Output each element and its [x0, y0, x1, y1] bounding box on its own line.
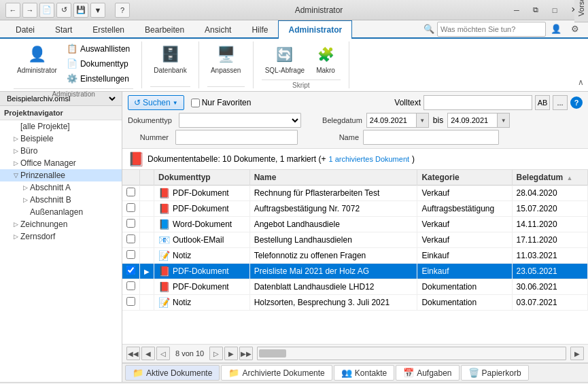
- archive-link[interactable]: 1 archiviertes Dokument: [328, 155, 409, 163]
- date-from-group: ▼: [366, 113, 429, 128]
- sidebar-item-office-manager[interactable]: ▷ Office Manager: [0, 157, 122, 169]
- save-button[interactable]: 💾: [73, 3, 88, 18]
- sidebar-item-alle-projekte[interactable]: [alle Projekte]: [0, 120, 122, 133]
- minimize-button[interactable]: ─: [508, 3, 525, 18]
- einstellungen-button[interactable]: ⚙️ Einstellungen: [63, 71, 133, 86]
- data-table: Dokumenttyp Name Kategorie Belegdatum ▲: [122, 170, 588, 344]
- sidebar-item-beispiele[interactable]: ▷ Beispiele: [0, 133, 122, 145]
- tab-hilfe[interactable]: Hilfe: [241, 20, 278, 39]
- last-page-button[interactable]: ▶▶: [239, 347, 253, 360]
- sidebar-item-buero[interactable]: ▷ Büro: [0, 145, 122, 157]
- tab-start[interactable]: Start: [45, 20, 82, 39]
- nur-favoriten-checkbox[interactable]: [191, 99, 200, 107]
- date-to-dropdown[interactable]: ▼: [497, 114, 509, 127]
- sidebar-item-zeichnungen[interactable]: ▷ Zeichnungen: [0, 218, 122, 230]
- sidebar-item-prinzenallee[interactable]: ▽ Prinzenallee: [0, 169, 122, 181]
- row-checkbox[interactable]: [126, 250, 135, 259]
- table-row[interactable]: 📘 Word-Dokument Angebot Landhausdiele Ve…: [122, 217, 588, 232]
- horizontal-scrollbar[interactable]: [257, 347, 566, 360]
- dokumenttyp-label: Dokumenttyp: [128, 116, 172, 124]
- tab-papierkorb[interactable]: 🗑️ Papierkorb: [461, 365, 529, 381]
- volltext-ab-button[interactable]: AB: [535, 95, 550, 110]
- volltext-input[interactable]: [423, 95, 532, 110]
- preview-tab[interactable]: Vorschau: [574, 0, 588, 22]
- row-checkbox[interactable]: [126, 266, 135, 275]
- help-button[interactable]: ?: [115, 3, 130, 18]
- nummer-label: Nummer: [128, 133, 169, 141]
- makro-button[interactable]: 🧩 Makro: [311, 41, 341, 77]
- row-dokumenttyp: 📘 Word-Dokument: [154, 217, 250, 232]
- col-belegdatum-header[interactable]: Belegdatum ▲: [512, 170, 587, 186]
- dokumenttyp-button[interactable]: 📄 Dokumenttyp: [63, 56, 133, 71]
- count-suffix: ): [412, 154, 415, 164]
- col-checkbox-header[interactable]: [122, 170, 140, 186]
- row-name: Rechnung für Pflasterarbeiten Test: [249, 186, 417, 201]
- row-checkbox[interactable]: [126, 281, 135, 290]
- dokumenttyp-select[interactable]: [179, 113, 301, 128]
- table-row[interactable]: 📕 PDF-Dokument Auftragsbestätigung Nr. 7…: [122, 201, 588, 217]
- col-kategorie-header[interactable]: Kategorie: [417, 170, 512, 186]
- table-row[interactable]: 📝 Notiz Holzsorten, Besprechung 3. Juli …: [122, 295, 588, 311]
- anpassen-button[interactable]: 🖥️ Anpassen: [207, 41, 244, 77]
- date-to-input[interactable]: [448, 114, 497, 127]
- scroll-right-button[interactable]: ▶: [570, 347, 584, 360]
- volltext-help-button[interactable]: ?: [570, 97, 583, 109]
- table-row[interactable]: 📕 PDF-Dokument Datenblatt Landhausdiele …: [122, 279, 588, 295]
- sidebar-item-abschnitt-a[interactable]: ▷ Abschnitt A: [0, 181, 122, 194]
- datenbank-button[interactable]: 🗄️ Datenbank: [150, 41, 190, 77]
- row-checkbox[interactable]: [126, 219, 135, 228]
- new-document-button[interactable]: 📄: [39, 3, 54, 18]
- table-row[interactable]: 📧 Outlook-EMail Bestellung Landhausdiele…: [122, 232, 588, 248]
- user-profile-button[interactable]: 👤: [549, 22, 564, 37]
- nummer-input[interactable]: [175, 130, 298, 145]
- suchen-button[interactable]: ↺ Suchen ▼: [128, 95, 184, 110]
- expand-icon: ▷: [11, 220, 20, 229]
- prev-page-button[interactable]: ◁: [156, 347, 170, 360]
- ribbon-search-input[interactable]: [437, 22, 546, 37]
- prev-prev-page-button[interactable]: ◀: [141, 347, 155, 360]
- tab-bearbeiten[interactable]: Bearbeiten: [135, 20, 194, 39]
- tab-ansicht[interactable]: Ansicht: [194, 20, 241, 39]
- restore-button[interactable]: ⧉: [527, 3, 544, 18]
- tab-aufgaben[interactable]: 📅 Aufgaben: [396, 365, 459, 381]
- date-from-input[interactable]: [367, 114, 416, 127]
- sidebar-item-abschnitt-b[interactable]: ▷ Abschnitt B: [0, 194, 122, 206]
- ribbon-collapse-button[interactable]: ∧: [578, 77, 584, 87]
- suchen-label: Suchen: [143, 98, 171, 107]
- settings-button[interactable]: ⚙: [568, 22, 583, 37]
- next-page-button[interactable]: ▷: [209, 347, 223, 360]
- table-row[interactable]: 📝 Notiz Telefonnotiz zu offenen Fragen E…: [122, 248, 588, 264]
- next-next-page-button[interactable]: ▶: [224, 347, 238, 360]
- date-from-dropdown[interactable]: ▼: [416, 114, 428, 127]
- tab-kontakte[interactable]: 👥 Kontakte: [334, 365, 394, 381]
- back-button[interactable]: ←: [5, 3, 20, 18]
- sidebar-item-aussenanlagen[interactable]: Außenanlagen: [0, 206, 122, 218]
- row-checkbox[interactable]: [126, 203, 135, 212]
- col-dokumenttyp-header[interactable]: Dokumenttyp: [154, 170, 250, 186]
- table-row[interactable]: 📕 PDF-Dokument Rechnung für Pflasterarbe…: [122, 186, 588, 201]
- first-page-button[interactable]: ◀◀: [126, 347, 140, 360]
- doc-count-text: Dokumententabelle: 10 Dokumente, 1 marki…: [148, 154, 326, 164]
- volltext-dots-button[interactable]: ...: [553, 95, 568, 110]
- name-input[interactable]: [363, 130, 499, 145]
- row-dokumenttyp: 📕 PDF-Dokument: [154, 279, 250, 295]
- tab-datei[interactable]: Datei: [5, 20, 45, 39]
- table-row[interactable]: ▶ 📕 PDF-Dokument Preisliste Mai 2021 der…: [122, 264, 588, 279]
- row-checkbox[interactable]: [126, 234, 135, 243]
- sql-abfrage-button[interactable]: 🔄 SQL-Abfrage: [262, 41, 308, 77]
- maximize-button[interactable]: □: [546, 3, 564, 18]
- sidebar-item-zernsdorf[interactable]: ▷ Zernsdorf: [0, 230, 122, 243]
- tab-administrator[interactable]: Administrator: [278, 20, 352, 39]
- tab-archivierte-dokumente[interactable]: 📁 Archivierte Dokumente: [221, 365, 332, 381]
- forward-button[interactable]: →: [22, 3, 37, 18]
- datenbank-label: Datenbank: [154, 67, 186, 75]
- refresh-button[interactable]: ↺: [56, 3, 71, 18]
- col-name-header[interactable]: Name: [249, 170, 417, 186]
- tab-erstellen[interactable]: Erstellen: [82, 20, 135, 39]
- menu-dropdown-button[interactable]: ▼: [90, 3, 105, 18]
- tab-aktive-dokumente[interactable]: 📁 Aktive Dokumente: [125, 365, 220, 381]
- administrator-button[interactable]: 👤 Administrator: [14, 41, 60, 77]
- auswahllisten-button[interactable]: 📋 Auswahllisten: [63, 41, 133, 56]
- row-checkbox[interactable]: [126, 297, 135, 306]
- row-checkbox[interactable]: [126, 188, 135, 196]
